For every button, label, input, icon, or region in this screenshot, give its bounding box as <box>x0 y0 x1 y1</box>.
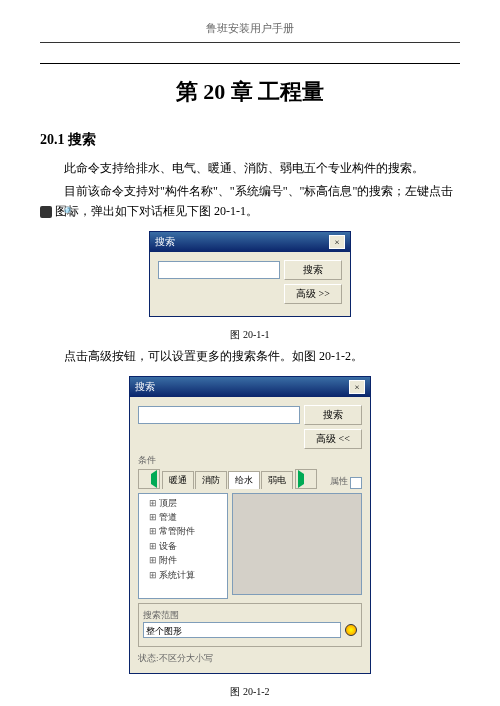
search-button[interactable]: 搜索 <box>304 405 362 425</box>
tree-item[interactable]: 附件 <box>141 553 225 567</box>
close-icon[interactable]: × <box>349 380 365 394</box>
search-dialog-simple: 搜索 × 搜索 高级 >> <box>149 231 351 317</box>
tab-fire[interactable]: 消防 <box>195 471 227 488</box>
figure-caption-2: 图 20-1-2 <box>40 684 460 700</box>
range-fieldset: 搜索范围 整个图形 <box>138 603 362 647</box>
range-select[interactable]: 整个图形 <box>143 622 341 638</box>
tree-item[interactable]: 管道 <box>141 510 225 524</box>
search-button[interactable]: 搜索 <box>284 260 342 280</box>
component-tree[interactable]: 顶层 管道 常管附件 设备 附件 系统计算 <box>138 493 228 599</box>
prev-tab-icon[interactable] <box>138 469 160 489</box>
tab-weak[interactable]: 弱电 <box>261 471 293 488</box>
binoculars-icon <box>40 206 52 218</box>
tree-item[interactable]: 系统计算 <box>141 568 225 582</box>
advanced-button[interactable]: 高级 << <box>304 429 362 449</box>
advanced-button[interactable]: 高级 >> <box>284 284 342 304</box>
paragraph-2: 目前该命令支持对"构件名称"、"系统编号"、"标高信息"的搜索；左键点击 图标，… <box>40 182 460 220</box>
tree-item[interactable]: 常管附件 <box>141 524 225 538</box>
dialog-titlebar: 搜索 × <box>150 232 350 252</box>
property-checkbox[interactable] <box>350 477 362 489</box>
tree-item[interactable]: 设备 <box>141 539 225 553</box>
conditions-label: 条件 <box>138 453 362 467</box>
search-dialog-advanced: 搜索 × 搜索 高级 << 条件 暖通 消防 给水 弱电 <box>129 376 371 675</box>
paragraph-3: 点击高级按钮，可以设置更多的搜索条件。如图 20-1-2。 <box>40 347 460 366</box>
tree-item[interactable]: 顶层 <box>141 496 225 510</box>
tab-hvac[interactable]: 暖通 <box>162 471 194 488</box>
tab-water[interactable]: 给水 <box>228 471 260 488</box>
next-tab-icon[interactable] <box>295 469 317 489</box>
page-header: 鲁班安装用户手册 <box>40 20 460 43</box>
figure-caption-1: 图 20-1-1 <box>40 327 460 343</box>
chapter-title: 第 20 章 工程量 <box>40 74 460 109</box>
dialog-titlebar: 搜索 × <box>130 377 370 397</box>
property-label: 属性 <box>330 474 348 488</box>
paragraph-1: 此命令支持给排水、电气、暖通、消防、弱电五个专业构件的搜索。 <box>40 159 460 178</box>
close-icon[interactable]: × <box>329 235 345 249</box>
discipline-tabs: 暖通 消防 给水 弱电 <box>162 471 293 488</box>
result-listbox[interactable] <box>232 493 362 595</box>
status-text: 状态:不区分大小写 <box>138 651 362 665</box>
scope-icon[interactable] <box>345 624 357 636</box>
search-input[interactable] <box>138 406 300 424</box>
search-input[interactable] <box>158 261 280 279</box>
section-title: 20.1 搜索 <box>40 129 460 151</box>
